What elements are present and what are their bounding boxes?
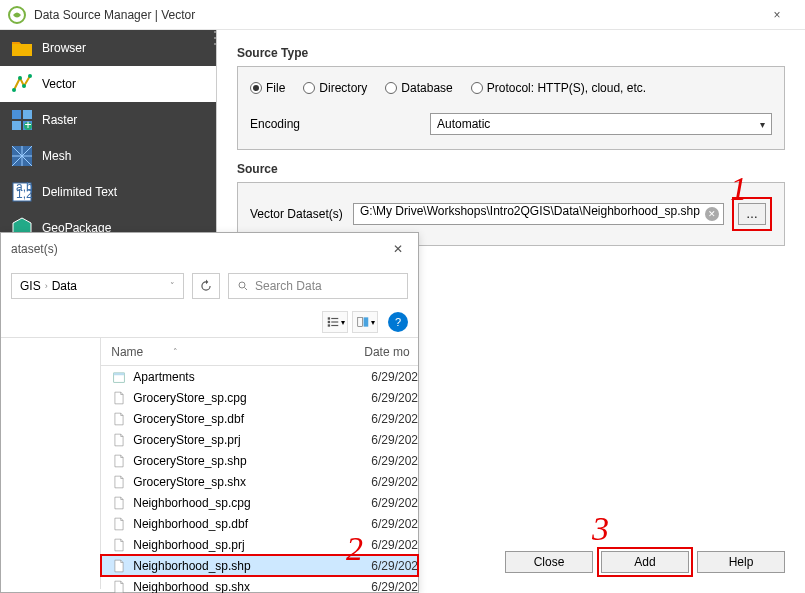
column-date-header[interactable]: Date mo: [364, 345, 418, 359]
file-row[interactable]: Neighborhood_sp.shp6/29/202: [101, 555, 418, 576]
file-name: Apartments: [133, 370, 371, 384]
file-row[interactable]: GroceryStore_sp.prj6/29/202: [101, 429, 418, 450]
radio-directory[interactable]: Directory: [303, 81, 367, 95]
file-date: 6/29/202: [371, 370, 418, 384]
file-row[interactable]: Neighborhood_sp.cpg6/29/202: [101, 492, 418, 513]
file-date: 6/29/202: [371, 496, 418, 510]
help-button[interactable]: ?: [388, 312, 408, 332]
radio-database[interactable]: Database: [385, 81, 452, 95]
chevron-down-icon[interactable]: ˅: [170, 281, 175, 291]
file-icon: [111, 474, 127, 490]
file-name: Neighborhood_sp.cpg: [133, 496, 371, 510]
sidebar-item-mesh[interactable]: Mesh: [0, 138, 216, 174]
radio-icon: [385, 82, 397, 94]
file-row[interactable]: Apartments6/29/202: [101, 366, 418, 387]
file-icon: [111, 516, 127, 532]
folder-tree-pane[interactable]: [1, 338, 101, 589]
file-date: 6/29/202: [371, 475, 418, 489]
search-input[interactable]: Search Data: [228, 273, 408, 299]
file-dialog: ataset(s) ✕ GIS › Data ˅ Search Data ▾ ▾…: [0, 232, 419, 593]
view-mode-button[interactable]: ▾: [322, 311, 348, 333]
file-dialog-close-button[interactable]: ✕: [388, 239, 408, 259]
file-dialog-title: ataset(s): [11, 242, 58, 256]
svg-point-15: [239, 282, 245, 288]
file-name: Neighborhood_sp.shx: [133, 580, 371, 594]
preview-pane-button[interactable]: ▾: [352, 311, 378, 333]
refresh-button[interactable]: [192, 273, 220, 299]
source-type-heading: Source Type: [237, 46, 785, 60]
file-row[interactable]: GroceryStore_sp.shx6/29/202: [101, 471, 418, 492]
file-name: Neighborhood_sp.dbf: [133, 517, 371, 531]
file-name: Neighborhood_sp.shp: [133, 559, 371, 573]
dataset-label: Vector Dataset(s): [250, 207, 345, 221]
file-icon: [111, 432, 127, 448]
file-date: 6/29/202: [371, 433, 418, 447]
clear-icon[interactable]: ✕: [705, 207, 719, 221]
svg-rect-21: [331, 325, 338, 326]
chevron-right-icon: ›: [45, 281, 48, 291]
add-button[interactable]: Add: [601, 551, 689, 573]
sidebar-item-raster[interactable]: + Raster: [0, 102, 216, 138]
sidebar-item-label: Vector: [42, 77, 76, 91]
file-row[interactable]: Neighborhood_sp.dbf6/29/202: [101, 513, 418, 534]
file-date: 6/29/202: [371, 454, 418, 468]
window-title: Data Source Manager | Vector: [34, 8, 757, 22]
folder-icon: [10, 36, 34, 60]
mesh-icon: [10, 144, 34, 168]
file-list: Name˄ Date mo Apartments6/29/202GroceryS…: [101, 338, 418, 589]
file-icon: [111, 579, 127, 594]
radio-icon: [250, 82, 262, 94]
file-row[interactable]: GroceryStore_sp.shp6/29/202: [101, 450, 418, 471]
svg-rect-7: [12, 121, 21, 130]
encoding-select[interactable]: Automatic: [430, 113, 772, 135]
delimited-icon: a,b1,2: [10, 180, 34, 204]
folder-icon: [111, 369, 127, 385]
svg-rect-18: [327, 324, 329, 326]
sort-caret-icon: ˄: [173, 347, 178, 357]
sidebar-item-delimited[interactable]: a,b1,2 Delimited Text: [0, 174, 216, 210]
svg-rect-16: [327, 317, 329, 319]
radio-protocol[interactable]: Protocol: HTTP(S), cloud, etc.: [471, 81, 646, 95]
file-date: 6/29/202: [371, 580, 418, 594]
browse-button[interactable]: …: [738, 203, 766, 225]
window-close-button[interactable]: ×: [757, 0, 797, 30]
svg-rect-5: [12, 110, 21, 119]
dialog-footer: Close Add Help: [505, 551, 785, 573]
dataset-input[interactable]: G:\My Drive\Workshops\Intro2QGIS\Data\Ne…: [353, 203, 724, 225]
file-name: GroceryStore_sp.cpg: [133, 391, 371, 405]
svg-rect-23: [363, 317, 368, 326]
sidebar-item-browser[interactable]: Browser: [0, 30, 216, 66]
file-name: GroceryStore_sp.shp: [133, 454, 371, 468]
radio-file[interactable]: File: [250, 81, 285, 95]
vector-icon: [10, 72, 34, 96]
svg-rect-20: [331, 321, 338, 322]
file-row[interactable]: GroceryStore_sp.dbf6/29/202: [101, 408, 418, 429]
file-icon: [111, 495, 127, 511]
file-row[interactable]: Neighborhood_sp.prj6/29/202: [101, 534, 418, 555]
radio-icon: [471, 82, 483, 94]
radio-icon: [303, 82, 315, 94]
svg-rect-19: [331, 318, 338, 319]
file-row[interactable]: GroceryStore_sp.cpg6/29/202: [101, 387, 418, 408]
svg-point-2: [18, 76, 22, 80]
svg-rect-17: [327, 321, 329, 323]
file-date: 6/29/202: [371, 559, 418, 573]
column-name-header[interactable]: Name˄: [101, 345, 364, 359]
help-button[interactable]: Help: [697, 551, 785, 573]
file-icon: [111, 411, 127, 427]
svg-point-3: [22, 84, 26, 88]
file-date: 6/29/202: [371, 538, 418, 552]
file-icon: [111, 390, 127, 406]
file-row[interactable]: Neighborhood_sp.shx6/29/202: [101, 576, 418, 593]
breadcrumb[interactable]: GIS › Data ˅: [11, 273, 184, 299]
sidebar-item-label: Mesh: [42, 149, 71, 163]
search-icon: [237, 280, 249, 292]
svg-text:1,2: 1,2: [16, 187, 33, 201]
close-button[interactable]: Close: [505, 551, 593, 573]
titlebar: Data Source Manager | Vector ×: [0, 0, 805, 30]
raster-icon: +: [10, 108, 34, 132]
file-icon: [111, 558, 127, 574]
sidebar-item-vector[interactable]: Vector: [0, 66, 216, 102]
source-heading: Source: [237, 162, 785, 176]
file-name: GroceryStore_sp.shx: [133, 475, 371, 489]
